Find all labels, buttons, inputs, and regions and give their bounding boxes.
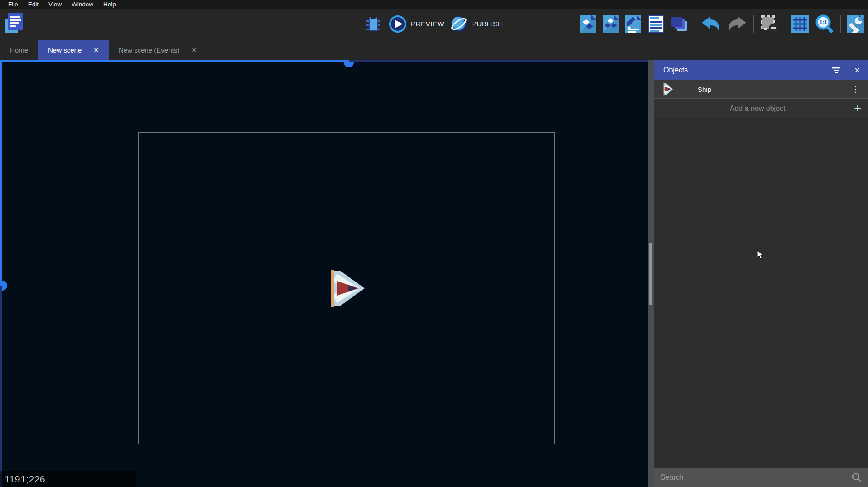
ship-sprite[interactable]	[327, 269, 366, 308]
tab-bar: Home New scene ✕ New scene (Events) ✕	[0, 38, 868, 60]
horizontal-scrollbar-thumb[interactable]	[344, 62, 354, 67]
undo-icon	[701, 16, 721, 32]
menu-edit[interactable]: Edit	[23, 0, 43, 9]
toggle-grid-button[interactable]	[791, 15, 809, 33]
project-manager-icon[interactable]	[5, 13, 24, 34]
tab-new-scene-label: New scene	[48, 46, 82, 54]
vertical-scrollbar-track[interactable]	[0, 286, 2, 487]
toolbar-separator	[694, 15, 694, 33]
doc-cube-icon	[580, 15, 596, 33]
zoom-reset-button[interactable]: 1:1	[815, 14, 834, 34]
preview-button[interactable]: PREVIEW	[389, 9, 444, 38]
horizontal-scrollbar-track[interactable]	[349, 60, 648, 62]
tab-new-scene-events[interactable]: New scene (Events) ✕	[109, 40, 207, 60]
vertical-scrollbar[interactable]	[0, 60, 2, 286]
open-instances-list-button[interactable]	[648, 15, 664, 33]
doc-list-icon	[648, 15, 664, 33]
panel-scrollbar-thumb[interactable]	[649, 243, 652, 305]
object-search-bar	[654, 468, 868, 487]
objects-panel-body	[654, 118, 868, 468]
plus-icon[interactable]: +	[854, 102, 861, 115]
capture-region-button[interactable]	[760, 15, 778, 33]
tab-close-icon[interactable]: ✕	[191, 47, 197, 54]
redo-button[interactable]	[727, 16, 747, 32]
mouse-cursor	[757, 250, 764, 260]
scene-properties-button[interactable]	[847, 15, 864, 33]
publish-button[interactable]: PUBLISH	[450, 9, 503, 38]
cursor-coordinates: 1191;226	[5, 474, 45, 485]
objects-panel-header: Objects ✕	[654, 60, 868, 80]
objects-panel-title: Objects	[663, 66, 832, 74]
filter-icon	[832, 67, 841, 73]
undo-button[interactable]	[701, 16, 721, 32]
object-search-input[interactable]	[661, 473, 852, 482]
preview-label: PREVIEW	[411, 20, 444, 28]
tab-new-scene-events-label: New scene (Events)	[119, 46, 179, 54]
panel-scrollbar-track[interactable]	[648, 60, 654, 487]
tab-home[interactable]: Home	[0, 40, 38, 60]
object-menu-icon[interactable]: ⋮	[849, 85, 862, 94]
tab-new-scene[interactable]: New scene ✕	[38, 40, 109, 60]
menu-view[interactable]: View	[43, 0, 67, 9]
tab-close-icon[interactable]: ✕	[93, 47, 99, 54]
main-toolbar: PREVIEW PUBLISH	[0, 9, 868, 38]
search-icon	[852, 473, 862, 482]
vertical-scrollbar-thumb[interactable]	[2, 281, 7, 291]
publish-label: PUBLISH	[472, 20, 503, 28]
capture-mask-icon	[760, 15, 778, 33]
scene-editor-canvas[interactable]: 1191;226	[0, 60, 648, 487]
panel-close-icon[interactable]: ✕	[854, 66, 860, 75]
object-name: Ship	[698, 86, 849, 93]
toolbar-separator	[753, 15, 754, 33]
toolbar-separator	[840, 15, 841, 33]
toolbar-right-group: 1:1	[580, 9, 864, 38]
open-layers-button[interactable]	[670, 15, 688, 33]
doc-pencil-icon	[625, 15, 641, 33]
object-list-item-ship[interactable]: Ship ⋮	[654, 80, 868, 99]
add-object-label: Add a new object	[661, 105, 854, 113]
open-object-groups-button[interactable]	[603, 15, 619, 33]
layers-icon	[670, 15, 688, 33]
bug-icon	[365, 14, 381, 33]
grid-icon	[791, 15, 809, 33]
gdevelop-window: File Edit View Window Help	[0, 0, 868, 487]
globe-icon	[450, 15, 468, 33]
doc-cubes-icon	[603, 15, 619, 33]
debugger-button[interactable]	[365, 9, 381, 38]
add-object-button[interactable]: Add a new object +	[654, 99, 868, 118]
objects-panel: Objects ✕ Ship ⋮ Add a new obj	[654, 60, 868, 487]
play-icon	[389, 15, 407, 33]
filter-button[interactable]	[832, 67, 841, 73]
cursor-coordinates-box: 1191;226	[0, 471, 136, 487]
menu-help[interactable]: Help	[98, 0, 121, 9]
zoom-1-1-label: 1:1	[820, 19, 827, 25]
menu-bar: File Edit View Window Help	[0, 0, 868, 9]
doc-wrench-icon	[847, 15, 864, 33]
tab-home-label: Home	[10, 46, 28, 54]
open-objects-panel-button[interactable]	[580, 15, 596, 33]
menu-file[interactable]: File	[3, 0, 23, 9]
zoom-1-1-icon: 1:1	[815, 14, 834, 34]
horizontal-scrollbar[interactable]	[0, 60, 349, 62]
open-properties-button[interactable]	[625, 15, 641, 33]
ship-thumbnail-icon	[662, 82, 673, 96]
menu-window[interactable]: Window	[67, 0, 98, 9]
redo-icon	[727, 16, 747, 32]
toolbar-separator	[785, 15, 785, 33]
